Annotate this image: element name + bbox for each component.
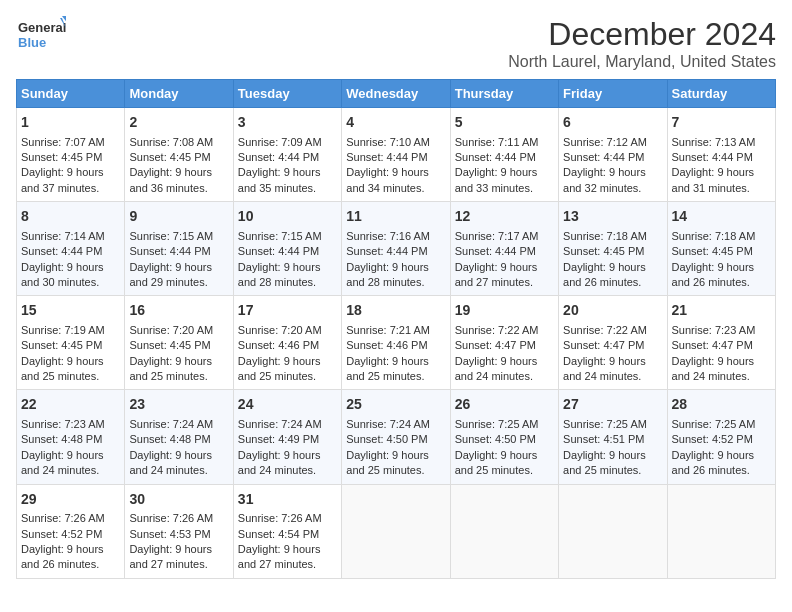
calendar-cell: 19Sunrise: 7:22 AMSunset: 4:47 PMDayligh… — [450, 296, 558, 390]
sunset-text: Sunset: 4:47 PM — [563, 339, 644, 351]
calendar-cell: 27Sunrise: 7:25 AMSunset: 4:51 PMDayligh… — [559, 390, 667, 484]
daylight-text: Daylight: 9 hours and 32 minutes. — [563, 166, 646, 193]
week-row-3: 15Sunrise: 7:19 AMSunset: 4:45 PMDayligh… — [17, 296, 776, 390]
daylight-text: Daylight: 9 hours and 26 minutes. — [563, 261, 646, 288]
day-number: 18 — [346, 301, 445, 321]
sunrise-text: Sunrise: 7:07 AM — [21, 136, 105, 148]
sunset-text: Sunset: 4:45 PM — [129, 151, 210, 163]
main-title: December 2024 — [508, 16, 776, 53]
header-tuesday: Tuesday — [233, 80, 341, 108]
sunrise-text: Sunrise: 7:13 AM — [672, 136, 756, 148]
day-number: 27 — [563, 395, 662, 415]
calendar-cell: 13Sunrise: 7:18 AMSunset: 4:45 PMDayligh… — [559, 202, 667, 296]
calendar-cell: 9Sunrise: 7:15 AMSunset: 4:44 PMDaylight… — [125, 202, 233, 296]
daylight-text: Daylight: 9 hours and 31 minutes. — [672, 166, 755, 193]
daylight-text: Daylight: 9 hours and 27 minutes. — [238, 543, 321, 570]
day-number: 12 — [455, 207, 554, 227]
day-number: 8 — [21, 207, 120, 227]
sunrise-text: Sunrise: 7:22 AM — [455, 324, 539, 336]
daylight-text: Daylight: 9 hours and 24 minutes. — [563, 355, 646, 382]
day-number: 7 — [672, 113, 771, 133]
calendar-cell — [667, 484, 775, 578]
daylight-text: Daylight: 9 hours and 30 minutes. — [21, 261, 104, 288]
sunset-text: Sunset: 4:45 PM — [672, 245, 753, 257]
daylight-text: Daylight: 9 hours and 26 minutes. — [672, 261, 755, 288]
daylight-text: Daylight: 9 hours and 33 minutes. — [455, 166, 538, 193]
subtitle: North Laurel, Maryland, United States — [508, 53, 776, 71]
sunrise-text: Sunrise: 7:25 AM — [563, 418, 647, 430]
sunrise-text: Sunrise: 7:14 AM — [21, 230, 105, 242]
calendar-cell: 23Sunrise: 7:24 AMSunset: 4:48 PMDayligh… — [125, 390, 233, 484]
svg-text:General: General — [18, 20, 66, 35]
sunset-text: Sunset: 4:45 PM — [21, 151, 102, 163]
calendar-cell: 15Sunrise: 7:19 AMSunset: 4:45 PMDayligh… — [17, 296, 125, 390]
calendar-cell: 31Sunrise: 7:26 AMSunset: 4:54 PMDayligh… — [233, 484, 341, 578]
sunrise-text: Sunrise: 7:24 AM — [238, 418, 322, 430]
sunrise-text: Sunrise: 7:19 AM — [21, 324, 105, 336]
sunset-text: Sunset: 4:50 PM — [455, 433, 536, 445]
day-number: 3 — [238, 113, 337, 133]
sunrise-text: Sunrise: 7:24 AM — [346, 418, 430, 430]
header-friday: Friday — [559, 80, 667, 108]
daylight-text: Daylight: 9 hours and 29 minutes. — [129, 261, 212, 288]
day-number: 22 — [21, 395, 120, 415]
daylight-text: Daylight: 9 hours and 25 minutes. — [455, 449, 538, 476]
daylight-text: Daylight: 9 hours and 24 minutes. — [129, 449, 212, 476]
day-number: 17 — [238, 301, 337, 321]
header: General Blue December 2024 North Laurel,… — [16, 16, 776, 71]
sunset-text: Sunset: 4:45 PM — [21, 339, 102, 351]
daylight-text: Daylight: 9 hours and 25 minutes. — [238, 355, 321, 382]
calendar-cell: 12Sunrise: 7:17 AMSunset: 4:44 PMDayligh… — [450, 202, 558, 296]
day-number: 10 — [238, 207, 337, 227]
day-number: 6 — [563, 113, 662, 133]
sunrise-text: Sunrise: 7:10 AM — [346, 136, 430, 148]
sunset-text: Sunset: 4:44 PM — [455, 151, 536, 163]
day-number: 26 — [455, 395, 554, 415]
daylight-text: Daylight: 9 hours and 36 minutes. — [129, 166, 212, 193]
daylight-text: Daylight: 9 hours and 26 minutes. — [672, 449, 755, 476]
calendar-cell: 6Sunrise: 7:12 AMSunset: 4:44 PMDaylight… — [559, 108, 667, 202]
calendar-cell: 7Sunrise: 7:13 AMSunset: 4:44 PMDaylight… — [667, 108, 775, 202]
calendar-cell: 29Sunrise: 7:26 AMSunset: 4:52 PMDayligh… — [17, 484, 125, 578]
sunset-text: Sunset: 4:44 PM — [346, 245, 427, 257]
calendar-cell: 24Sunrise: 7:24 AMSunset: 4:49 PMDayligh… — [233, 390, 341, 484]
sunrise-text: Sunrise: 7:12 AM — [563, 136, 647, 148]
header-thursday: Thursday — [450, 80, 558, 108]
sunset-text: Sunset: 4:44 PM — [346, 151, 427, 163]
week-row-1: 1Sunrise: 7:07 AMSunset: 4:45 PMDaylight… — [17, 108, 776, 202]
sunrise-text: Sunrise: 7:24 AM — [129, 418, 213, 430]
sunrise-text: Sunrise: 7:15 AM — [129, 230, 213, 242]
calendar-table: SundayMondayTuesdayWednesdayThursdayFrid… — [16, 79, 776, 579]
header-sunday: Sunday — [17, 80, 125, 108]
sunrise-text: Sunrise: 7:20 AM — [238, 324, 322, 336]
sunrise-text: Sunrise: 7:08 AM — [129, 136, 213, 148]
week-row-5: 29Sunrise: 7:26 AMSunset: 4:52 PMDayligh… — [17, 484, 776, 578]
sunset-text: Sunset: 4:51 PM — [563, 433, 644, 445]
sunset-text: Sunset: 4:44 PM — [672, 151, 753, 163]
day-number: 30 — [129, 490, 228, 510]
calendar-cell: 16Sunrise: 7:20 AMSunset: 4:45 PMDayligh… — [125, 296, 233, 390]
calendar-cell: 3Sunrise: 7:09 AMSunset: 4:44 PMDaylight… — [233, 108, 341, 202]
day-number: 14 — [672, 207, 771, 227]
title-area: December 2024 North Laurel, Maryland, Un… — [508, 16, 776, 71]
sunrise-text: Sunrise: 7:18 AM — [672, 230, 756, 242]
day-number: 31 — [238, 490, 337, 510]
daylight-text: Daylight: 9 hours and 25 minutes. — [21, 355, 104, 382]
daylight-text: Daylight: 9 hours and 26 minutes. — [21, 543, 104, 570]
calendar-cell: 20Sunrise: 7:22 AMSunset: 4:47 PMDayligh… — [559, 296, 667, 390]
daylight-text: Daylight: 9 hours and 25 minutes. — [346, 449, 429, 476]
day-number: 23 — [129, 395, 228, 415]
day-number: 25 — [346, 395, 445, 415]
day-number: 13 — [563, 207, 662, 227]
day-number: 5 — [455, 113, 554, 133]
sunset-text: Sunset: 4:45 PM — [129, 339, 210, 351]
day-number: 16 — [129, 301, 228, 321]
day-number: 19 — [455, 301, 554, 321]
sunset-text: Sunset: 4:52 PM — [21, 528, 102, 540]
sunset-text: Sunset: 4:53 PM — [129, 528, 210, 540]
calendar-cell: 11Sunrise: 7:16 AMSunset: 4:44 PMDayligh… — [342, 202, 450, 296]
calendar-cell: 18Sunrise: 7:21 AMSunset: 4:46 PMDayligh… — [342, 296, 450, 390]
sunset-text: Sunset: 4:44 PM — [21, 245, 102, 257]
calendar-cell — [559, 484, 667, 578]
header-monday: Monday — [125, 80, 233, 108]
